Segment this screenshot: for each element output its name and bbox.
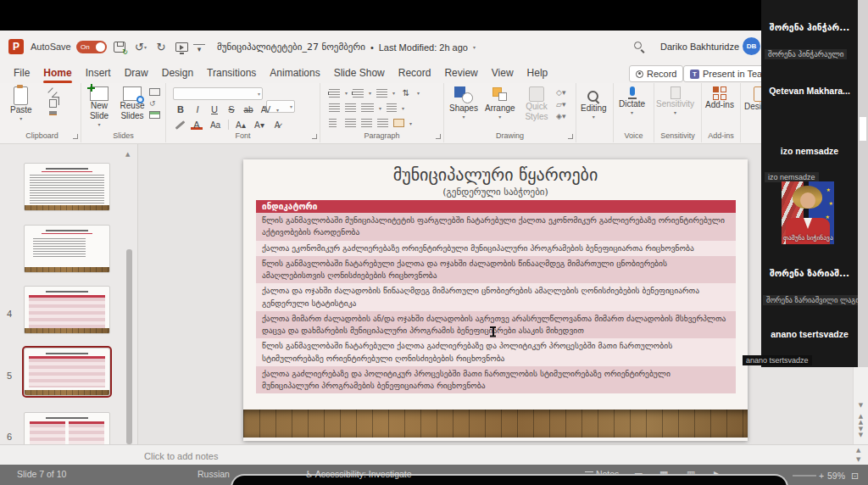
numbering-icon[interactable]: [353, 89, 364, 98]
character-spacing-button[interactable]: AV: [259, 105, 271, 114]
tab-draw[interactable]: Draw: [118, 64, 155, 81]
editing-button[interactable]: Editing▾: [581, 90, 607, 120]
bullets-icon[interactable]: [329, 89, 340, 98]
scroll-up-icon[interactable]: ▲: [125, 151, 130, 158]
columns-icon[interactable]: [361, 103, 374, 112]
tab-view[interactable]: View: [485, 64, 520, 81]
justify-icon[interactable]: [377, 119, 388, 127]
format-painter-icon[interactable]: [49, 111, 57, 115]
addins-button[interactable]: Add-ins: [705, 86, 734, 110]
autosave-toggle[interactable]: On: [76, 41, 107, 53]
increase-indent-icon[interactable]: [345, 103, 356, 112]
indicator-table[interactable]: ინდიკატორი წლის განმავლობაში მუნიციპალიტ…: [256, 200, 736, 393]
sensitivity-button[interactable]: Sensitivity▾: [656, 86, 694, 115]
tab-design[interactable]: Design: [155, 64, 200, 81]
indent-more-icon[interactable]: [376, 89, 387, 98]
tab-record[interactable]: Record: [392, 64, 438, 81]
notes-placeholder[interactable]: Click to add notes: [144, 451, 218, 461]
language-status[interactable]: Russian: [198, 469, 230, 479]
slide-thumbnail-5[interactable]: [24, 225, 110, 273]
reuse-slides-button[interactable]: Reuse Slides: [117, 86, 147, 121]
paste-button[interactable]: Paste▾: [10, 86, 32, 121]
record-button[interactable]: Record: [629, 65, 683, 82]
slide-thumbnail-6[interactable]: [24, 286, 110, 334]
accessibility-status[interactable]: ♿ Accessibility: Investigate: [305, 469, 412, 479]
notes-scroll-up-icon[interactable]: ▲: [856, 447, 860, 454]
copy-icon[interactable]: [49, 99, 57, 108]
drawing-dialog-launcher[interactable]: [568, 134, 573, 139]
change-case-button[interactable]: Aa: [208, 120, 223, 130]
quick-styles-button[interactable]: Quick Styles: [522, 86, 551, 122]
shape-effects-icon[interactable]: ◈▾: [556, 112, 565, 120]
zoom-in-button[interactable]: +: [819, 471, 824, 481]
zoom-level[interactable]: 59%: [827, 471, 845, 481]
redo-button[interactable]: ↻: [154, 39, 168, 54]
slide-layout-icon[interactable]: [149, 88, 160, 96]
grow-font-button[interactable]: A▴: [234, 120, 248, 130]
clipboard-dialog-launcher[interactable]: [73, 134, 78, 139]
text-shadow-button[interactable]: ab: [242, 105, 254, 114]
participant-tile[interactable]: Qetevan Makhara...: [761, 86, 858, 96]
scrollbar-thumb[interactable]: [126, 249, 132, 444]
participants-scrollbar[interactable]: [858, 0, 868, 367]
new-slide-button[interactable]: New Slide▾: [85, 86, 114, 127]
zoom-slider[interactable]: [793, 475, 816, 477]
search-button[interactable]: [634, 42, 642, 49]
participant-video-tile[interactable]: ★ ★ ★ თამუნა სიჭინავა: [782, 181, 834, 244]
arrange-button[interactable]: Arrange▾: [485, 86, 515, 120]
powerpoint-app-icon[interactable]: P: [8, 39, 24, 54]
slide-thumbnail-4[interactable]: [24, 163, 110, 211]
shapes-button[interactable]: Shapes▾: [449, 86, 478, 120]
dictate-button[interactable]: Dictate▾: [619, 86, 645, 115]
tab-home[interactable]: Home: [36, 64, 78, 81]
align-center-icon[interactable]: [345, 119, 356, 127]
clear-formatting-button[interactable]: A̷: [271, 120, 283, 130]
tab-review[interactable]: Review: [437, 64, 484, 81]
user-avatar[interactable]: DB: [743, 37, 760, 55]
tab-animations[interactable]: Animations: [263, 64, 326, 81]
customize-toolbar-button[interactable]: ▾: [193, 44, 205, 53]
slide-thumbnail-7-selected[interactable]: [24, 348, 110, 396]
align-left-icon[interactable]: [329, 119, 340, 127]
align-right-icon[interactable]: [361, 119, 372, 127]
tab-help[interactable]: Help: [520, 64, 555, 81]
smartart-icon[interactable]: [393, 119, 404, 127]
text-direction-icon[interactable]: [387, 103, 397, 112]
tab-transitions[interactable]: Transitions: [200, 64, 263, 81]
decrease-indent-icon[interactable]: [329, 103, 340, 112]
slide-subtitle[interactable]: (გენდერული საბჭოები): [243, 187, 748, 198]
scrollbar-thumb[interactable]: [860, 117, 866, 141]
highlight-pen-icon[interactable]: [175, 120, 186, 130]
shape-outline-icon[interactable]: ▱▾: [556, 100, 565, 109]
font-name-select[interactable]: [173, 87, 263, 100]
cut-icon[interactable]: [47, 87, 57, 97]
shape-fill-icon[interactable]: ◇▾: [556, 88, 565, 97]
strikethrough-button[interactable]: S: [225, 104, 237, 114]
reset-slide-icon[interactable]: ↺: [149, 99, 160, 108]
fit-slide-button[interactable]: ⊡: [851, 471, 859, 482]
previous-slide-icon[interactable]: ▲▲: [854, 414, 868, 426]
slide-canvas[interactable]: მუნიციპალური წყაროები (გენდერული საბჭოებ…: [243, 159, 748, 441]
notes-scroll-down-icon[interactable]: ▼: [856, 456, 860, 463]
participant-tile[interactable]: შორენა ჰინჭარ...: [761, 22, 858, 32]
scroll-down-icon[interactable]: ▼: [854, 403, 868, 409]
bold-button[interactable]: B: [175, 104, 186, 114]
section-icon[interactable]: [149, 111, 160, 119]
line-spacing-icon[interactable]: ⇅: [400, 88, 412, 98]
start-slideshow-button[interactable]: [173, 39, 190, 54]
participant-tile[interactable]: izo nemsadze: [761, 146, 858, 156]
slide-title[interactable]: მუნიციპალური წყაროები: [243, 164, 748, 185]
thumbnail-scrollbar[interactable]: ▲: [124, 151, 134, 439]
participant-tile[interactable]: anano tsertsvadze: [761, 329, 858, 339]
italic-button[interactable]: I: [192, 104, 203, 114]
slide-number-status[interactable]: Slide 7 of 10: [17, 469, 66, 479]
undo-button[interactable]: ↺▾: [132, 39, 149, 54]
tab-insert[interactable]: Insert: [79, 64, 118, 81]
font-dialog-launcher[interactable]: [312, 134, 317, 139]
underline-button[interactable]: U: [209, 104, 220, 114]
paragraph-dialog-launcher[interactable]: [436, 134, 441, 139]
notes-pane[interactable]: Click to add notes ▲ ▼: [0, 444, 868, 465]
tab-slide-show[interactable]: Slide Show: [327, 64, 392, 81]
document-title-area[interactable]: მუნიციპალიტეტები_27 ნოემბერი • Last Modi…: [217, 42, 476, 53]
save-button[interactable]: [112, 39, 127, 54]
